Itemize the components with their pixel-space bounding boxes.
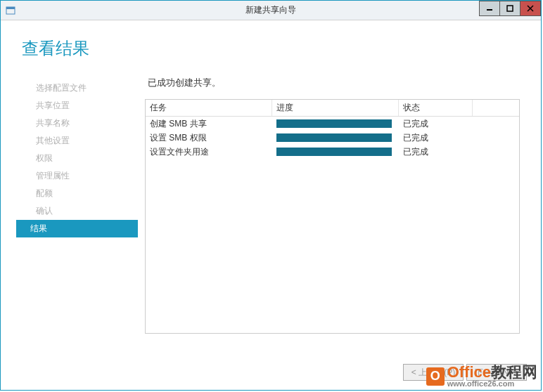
column-header-task[interactable]: 任务: [146, 100, 272, 116]
content-area: 查看结果 选择配置文件 共享位置 共享名称 其他设置 权限 管理属性 配额 确认…: [1, 20, 541, 355]
minimize-icon: [486, 5, 493, 12]
table-header: 任务 进度 状态: [146, 100, 519, 117]
sidebar-item-share-name: 共享名称: [22, 115, 145, 132]
next-button[interactable]: 下一步(N) >: [466, 364, 527, 381]
cell-progress: [272, 117, 399, 131]
close-icon: [527, 5, 534, 12]
sidebar-item-results: 结果: [16, 220, 138, 237]
sidebar-item-other-settings: 其他设置: [22, 132, 145, 150]
cell-task: 设置文件夹用途: [146, 145, 272, 159]
cell-progress: [272, 131, 399, 145]
titlebar: 新建共享向导: [1, 1, 541, 20]
cell-status: 已完成: [399, 117, 473, 131]
progress-bar: [276, 148, 392, 156]
sidebar-item-quota: 配额: [22, 185, 145, 202]
column-header-progress[interactable]: 进度: [272, 100, 399, 116]
sidebar-item-share-location: 共享位置: [22, 97, 145, 115]
main-panel: 已成功创建共享。 任务 进度 状态 创建 SMB 共享 已完成: [145, 77, 520, 348]
maximize-icon: [506, 5, 513, 12]
prev-button[interactable]: < 上一步(P): [403, 364, 464, 381]
body-area: 选择配置文件 共享位置 共享名称 其他设置 权限 管理属性 配额 确认 结果 已…: [22, 77, 520, 348]
table-row: 创建 SMB 共享 已完成: [146, 117, 519, 131]
table-row: 设置文件夹用途 已完成: [146, 145, 519, 159]
sidebar-item-confirm: 确认: [22, 202, 145, 220]
sidebar-item-select-profile: 选择配置文件: [22, 79, 145, 97]
maximize-button[interactable]: [499, 1, 520, 16]
page-title: 查看结果: [22, 37, 520, 60]
table-body: 创建 SMB 共享 已完成 设置 SMB 权限 已完成 设置文件夹用途: [146, 117, 519, 159]
progress-bar: [276, 133, 392, 142]
footer-buttons: < 上一步(P) 下一步(N) >: [1, 355, 541, 390]
svg-rect-3: [507, 6, 513, 11]
cell-progress: [272, 145, 399, 159]
sidebar: 选择配置文件 共享位置 共享名称 其他设置 权限 管理属性 配额 确认 结果: [22, 77, 145, 348]
column-header-status[interactable]: 状态: [399, 100, 473, 116]
results-heading: 已成功创建共享。: [145, 77, 520, 89]
cell-status: 已完成: [399, 145, 473, 159]
cell-status: 已完成: [399, 131, 473, 145]
progress-bar: [276, 119, 392, 128]
wizard-window: 新建共享向导 查看结果 选择配置文件 共享位置 共享名称 其他设置 权限 管理属…: [0, 0, 542, 391]
cell-task: 创建 SMB 共享: [146, 117, 272, 131]
sidebar-item-permissions: 权限: [22, 150, 145, 167]
minimize-button[interactable]: [479, 1, 500, 16]
cell-task: 设置 SMB 权限: [146, 131, 272, 145]
results-table: 任务 进度 状态 创建 SMB 共享 已完成 设置 SMB 权限: [145, 99, 520, 334]
window-title: 新建共享向导: [1, 4, 541, 16]
window-controls: [480, 1, 541, 16]
close-button[interactable]: [520, 1, 541, 16]
sidebar-item-mgmt-properties: 管理属性: [22, 167, 145, 185]
table-row: 设置 SMB 权限 已完成: [146, 131, 519, 145]
